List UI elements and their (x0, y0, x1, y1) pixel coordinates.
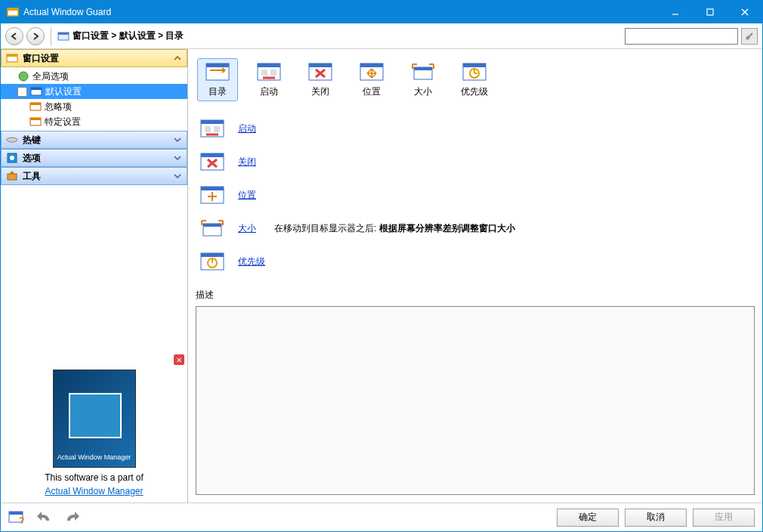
svg-text:?: ? (19, 515, 24, 525)
close-icon (307, 61, 334, 82)
tab-label: 启动 (260, 85, 278, 98)
svg-rect-11 (7, 54, 17, 57)
minimize-button[interactable] (658, 1, 693, 23)
tree-item-default[interactable]: ✓ 默认设置 (1, 84, 187, 99)
forward-button[interactable] (26, 27, 45, 45)
link-row-close: 关闭 (196, 145, 755, 178)
svg-rect-3 (707, 9, 713, 15)
tab-position[interactable]: 位置 (351, 58, 392, 101)
link-priority[interactable]: 优先级 (238, 255, 265, 268)
ad-link[interactable]: Actual Window Manager (45, 486, 143, 496)
link-row-startup: 启动 (196, 112, 755, 145)
accordion-window-settings[interactable]: 窗口设置 (1, 49, 187, 67)
svg-rect-14 (31, 88, 42, 90)
svg-rect-18 (30, 118, 41, 120)
svg-rect-45 (205, 126, 211, 132)
description-label: 描述 (196, 289, 755, 302)
tab-label: 大小 (414, 85, 432, 98)
redo-icon[interactable] (63, 510, 81, 525)
apply-button[interactable]: 应用 (693, 509, 755, 527)
tab-label: 位置 (363, 85, 381, 98)
titlebar: Actual Window Guard (1, 1, 762, 23)
svg-rect-25 (206, 63, 229, 67)
tree-item-specific[interactable]: 特定设置 (1, 114, 187, 129)
priority-icon (199, 251, 226, 272)
chevron-up-icon (173, 54, 182, 63)
size-icon (199, 218, 226, 239)
tools-icon (6, 170, 18, 182)
tab-label: 目录 (209, 85, 227, 98)
priority-icon (461, 61, 488, 82)
svg-rect-23 (11, 172, 14, 175)
description-textarea[interactable] (196, 306, 755, 495)
position-icon (199, 184, 226, 206)
product-box-label: Actual Window Manager (54, 453, 135, 461)
svg-rect-37 (414, 67, 432, 70)
link-position[interactable]: 位置 (238, 189, 256, 202)
svg-rect-7 (58, 32, 69, 35)
svg-rect-27 (258, 63, 280, 67)
chevron-down-icon (173, 153, 182, 162)
size-icon (409, 61, 437, 82)
search-input[interactable] (625, 28, 738, 45)
tree-label: 特定设置 (45, 116, 81, 128)
svg-rect-44 (201, 120, 224, 124)
ad-close-button[interactable]: ✕ (174, 354, 184, 365)
accordion-tools[interactable]: 工具 (1, 167, 187, 185)
position-icon (358, 61, 385, 82)
svg-point-19 (7, 138, 17, 142)
tree-item-ignore[interactable]: 忽略项 (1, 99, 187, 114)
tab-size[interactable]: 大小 (403, 58, 443, 101)
cancel-button[interactable]: 取消 (625, 509, 687, 527)
tab-label: 优先级 (461, 85, 488, 98)
separator (51, 27, 51, 45)
tab-priority[interactable]: 优先级 (454, 58, 495, 101)
breadcrumb: 窗口设置 > 默认设置 > 目录 (57, 29, 622, 42)
startup-icon (199, 118, 226, 139)
accordion-hotkeys[interactable]: 热键 (1, 131, 187, 149)
desc-bold: 根据屏幕分辨率差别调整窗口大小 (379, 223, 515, 234)
link-size[interactable]: 大小 (238, 222, 256, 235)
sidebar: 窗口设置 全局选项 ✓ 默认设置 忽略项 (1, 49, 188, 503)
link-close[interactable]: 关闭 (238, 156, 256, 169)
search-button[interactable] (741, 28, 758, 45)
help-icon[interactable]: ? (8, 510, 26, 525)
breadcrumb-text: 窗口设置 > 默认设置 > 目录 (73, 29, 184, 42)
tree-item-global[interactable]: 全局选项 (1, 69, 187, 84)
main-panel: 目录 启动 关闭 位置 大小 (188, 49, 762, 503)
window-icon (30, 85, 42, 97)
link-list: 启动 关闭 位置 大小 在移动到目标显示器之后: 根据屏幕分辨率差别调整窗口大小 (196, 107, 755, 283)
product-box-image: Actual Window Manager (53, 370, 136, 468)
close-button[interactable] (727, 1, 762, 23)
ignore-icon (29, 101, 42, 113)
link-startup[interactable]: 启动 (238, 122, 256, 135)
accordion-label: 选项 (23, 152, 41, 165)
tab-close[interactable]: 关闭 (300, 58, 341, 101)
back-button[interactable] (5, 27, 23, 45)
svg-rect-28 (261, 70, 267, 76)
chevron-down-icon (173, 135, 182, 144)
link-size-desc: 在移动到目标显示器之后: 根据屏幕分辨率差别调整窗口大小 (274, 222, 515, 235)
maximize-button[interactable] (693, 1, 727, 23)
ad-text: This software is a part of (7, 472, 181, 483)
svg-rect-60 (9, 512, 23, 515)
svg-rect-48 (201, 153, 224, 157)
tab-index[interactable]: 目录 (197, 58, 238, 101)
checkbox-checked-icon[interactable]: ✓ (17, 87, 27, 97)
chevron-down-icon (173, 172, 182, 181)
tree-label: 忽略项 (45, 101, 72, 113)
tab-startup[interactable]: 启动 (249, 58, 289, 101)
undo-icon[interactable] (36, 510, 54, 525)
globe-icon (17, 70, 29, 82)
svg-rect-54 (203, 224, 221, 227)
svg-point-12 (19, 72, 28, 81)
svg-rect-16 (30, 103, 41, 105)
accordion-options[interactable]: 选项 (1, 149, 187, 167)
folder-icon (57, 30, 70, 42)
specific-icon (29, 116, 42, 128)
ok-button[interactable]: 确定 (557, 509, 619, 527)
svg-rect-39 (463, 63, 486, 67)
svg-rect-31 (309, 63, 332, 67)
accordion-label: 工具 (23, 170, 41, 183)
svg-rect-56 (201, 253, 224, 257)
